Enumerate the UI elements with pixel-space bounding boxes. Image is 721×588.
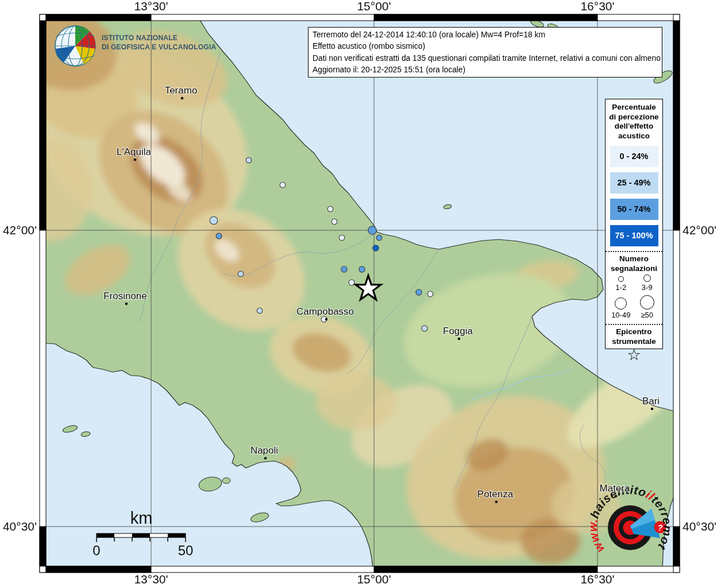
report-point <box>246 157 252 163</box>
scale-title: km <box>130 509 153 527</box>
city-marker <box>495 501 498 504</box>
axis-bottom-1: 13°30' <box>134 572 168 586</box>
report-point <box>216 233 222 239</box>
city-label: Teramo <box>165 85 198 96</box>
count-label-10-49: 10-49 <box>611 311 630 319</box>
city-marker <box>181 97 184 100</box>
report-point <box>349 280 354 285</box>
event-updated-line: Aggiornato il: 20-12-2025 15:51 (ora loc… <box>313 64 658 76</box>
axis-top-1: 13°30' <box>134 0 168 13</box>
legend-count-title: Numero segnalazioni <box>606 254 662 273</box>
report-point <box>422 326 427 331</box>
legend-epicenter-star-icon: ☆ <box>606 346 662 363</box>
axis-left-2: 40°30' <box>3 520 37 533</box>
axis-right-1: 42°00' <box>683 223 716 237</box>
ingv-wordmark: ISTITUTO NAZIONALE DI GEOFISICA E VULCAN… <box>102 33 216 52</box>
report-point <box>359 266 365 272</box>
legend-class-50-74: 50 - 74% <box>610 199 658 220</box>
city-marker <box>325 318 328 321</box>
count-label-1-2: 1-2 <box>615 283 626 292</box>
report-point <box>257 308 263 314</box>
scale-end-label: 50 <box>178 543 194 558</box>
report-point <box>341 266 347 272</box>
report-point <box>368 226 376 234</box>
report-point <box>376 235 382 241</box>
city-label: Napoli <box>250 445 278 456</box>
scale-start-label: 0 <box>92 543 100 558</box>
report-point <box>238 271 244 277</box>
city-marker <box>125 303 128 305</box>
city-marker <box>615 495 618 498</box>
city-marker <box>458 338 461 341</box>
axis-bottom-2: 15°00' <box>357 572 391 586</box>
axis-top-3: 16°30' <box>580 0 614 13</box>
event-data-line: Dati non verificati estratti da 135 ques… <box>313 53 658 64</box>
legend-separator-1 <box>606 251 662 252</box>
axis-bottom-3: 16°30' <box>580 572 614 586</box>
count-circle-1-2 <box>618 276 624 282</box>
legend-class-25-49: 25 - 49% <box>610 172 658 194</box>
count-label-50: ≥50 <box>641 311 653 319</box>
legend-epicenter-title: Epicentro strumentale <box>606 327 662 346</box>
legend-class-75-100: 75 - 100% <box>610 225 658 246</box>
report-point <box>210 216 218 225</box>
count-circle-50 <box>640 295 654 310</box>
report-point <box>331 219 337 225</box>
ingv-header: ISTITUTO NAZIONALE DI GEOFISICA E VULCAN… <box>53 24 225 68</box>
map-page: 13°30' 15°00' 16°30' 13°30' 15°00' 16°30… <box>0 0 721 588</box>
city-marker <box>134 158 137 161</box>
legend-class-0-24: 0 - 24% <box>610 146 658 167</box>
count-circle-3-9 <box>643 274 651 282</box>
ingv-line1: ISTITUTO NAZIONALE <box>102 33 216 42</box>
ingv-logo-icon <box>53 24 97 68</box>
city-label: Potenza <box>477 489 514 500</box>
city-label: L'Aquila <box>117 146 152 157</box>
report-point <box>416 289 422 295</box>
legend-separator-2 <box>606 324 662 325</box>
event-info-box: Terremoto del 24-12-2014 12:40:10 (ora l… <box>308 27 662 78</box>
count-label-3-9: 3-9 <box>642 283 653 292</box>
city-marker <box>264 457 267 460</box>
city-label: Matera <box>600 483 630 494</box>
event-effect-line: Effetto acustico (rombo sismico) <box>313 41 658 52</box>
legend-panel: Percentuale di percezione dell'effetto a… <box>605 99 663 349</box>
legend-count-sizes: 1-2 3-9 10-49 ≥50 <box>606 273 662 319</box>
city-label: Foggia <box>443 326 473 336</box>
city-label: Campobasso <box>296 306 354 317</box>
event-title-line: Terremoto del 24-12-2014 12:40:10 (ora l… <box>313 29 658 41</box>
report-point <box>427 291 433 297</box>
ingv-line2: DI GEOFISICA E VULCANOLOGIA <box>102 42 216 52</box>
axis-top-2: 15°00' <box>357 0 391 13</box>
axis-left-1: 42°00' <box>3 223 37 237</box>
report-point <box>339 235 345 241</box>
legend-percent-title: Percentuale di percezione dell'effetto a… <box>606 103 662 141</box>
report-point <box>280 182 286 188</box>
city-marker <box>651 408 654 411</box>
report-point <box>373 245 379 251</box>
report-point <box>327 206 333 212</box>
city-label: Bari <box>642 396 660 407</box>
city-label: Frosinone <box>103 291 147 301</box>
axis-right-2: 40°30' <box>683 520 716 533</box>
count-circle-10-49 <box>615 297 627 310</box>
